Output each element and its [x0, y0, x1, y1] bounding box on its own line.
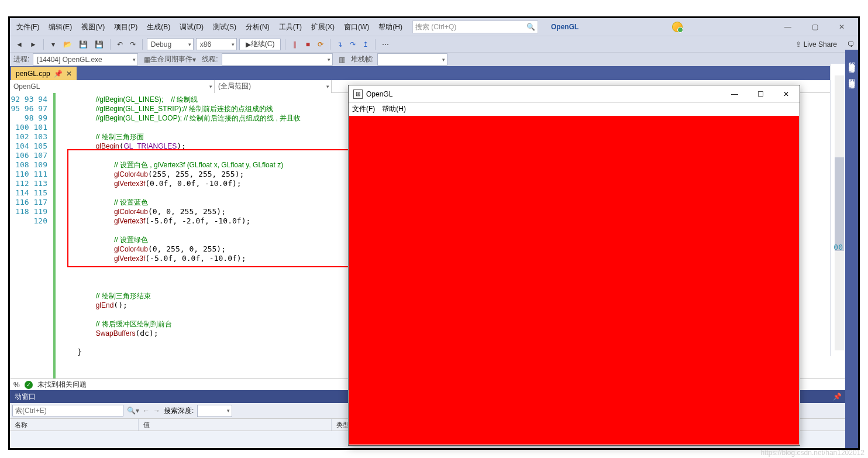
nav-back-button[interactable]: ◄: [13, 39, 25, 50]
platform-combo[interactable]: x86: [196, 38, 237, 50]
toolbar-extra-icon[interactable]: ⋯: [380, 39, 391, 50]
opengl-menu-bar: 文件(F) 帮助(H): [349, 103, 800, 115]
minimize-button[interactable]: ―: [780, 23, 796, 31]
menu-help[interactable]: 帮助(H): [374, 20, 407, 34]
opengl-app-window[interactable]: ⊞ OpenGL ― ☐ ✕ 文件(F) 帮助(H): [348, 85, 800, 446]
opengl-menu-help[interactable]: 帮助(H): [382, 104, 406, 114]
solution-name: OpenGL: [551, 23, 578, 31]
overview-number: 00: [833, 243, 843, 252]
document-tabs: penGL.cpp 📌 ✕: [10, 66, 858, 80]
menu-edit[interactable]: 编辑(E): [44, 20, 76, 34]
undo-button[interactable]: ↶: [115, 39, 125, 50]
search-nav-back-icon[interactable]: ←: [143, 407, 150, 415]
menu-bar: 文件(F) 编辑(E) 视图(V) 项目(P) 生成(B) 调试(D) 测试(S…: [10, 18, 858, 36]
opengl-title-bar[interactable]: ⊞ OpenGL ― ☐ ✕: [349, 85, 800, 103]
line-number-gutter: 92 93 94 95 96 97 98 99 100 101 102 103 …: [10, 93, 52, 378]
menu-ext[interactable]: 扩展(X): [307, 20, 339, 34]
save-all-button[interactable]: 💾: [92, 39, 106, 50]
opengl-close-button[interactable]: ✕: [777, 90, 795, 98]
redo-button[interactable]: ↷: [128, 39, 138, 50]
tab-pin-icon[interactable]: 📌: [54, 70, 63, 78]
stop-button[interactable]: ■: [302, 39, 313, 50]
col-value[interactable]: 值: [139, 419, 332, 431]
menu-analyze[interactable]: 分析(N): [242, 20, 274, 34]
close-button[interactable]: ✕: [833, 23, 850, 31]
scope-combo[interactable]: OpenGL: [10, 80, 215, 93]
step-into-button[interactable]: ↴: [335, 39, 345, 50]
feedback-icon[interactable]: 🗨: [848, 40, 855, 49]
no-issues-icon: ✓: [25, 381, 33, 389]
save-button[interactable]: 💾: [77, 39, 90, 50]
menu-build[interactable]: 生成(B): [143, 20, 174, 34]
search-icon: 🔍: [526, 23, 535, 31]
quick-search[interactable]: 搜索 (Ctrl+Q) 🔍: [412, 20, 538, 33]
step-out-button[interactable]: ↥: [360, 39, 371, 50]
thread-label: 线程:: [202, 54, 218, 64]
open-button[interactable]: 📂: [61, 39, 74, 50]
menu-file[interactable]: 文件(F): [12, 20, 43, 34]
search-icon[interactable]: 🔍▾: [127, 407, 139, 415]
scrollbar-thumb[interactable]: [835, 157, 844, 251]
panel-search-input[interactable]: [12, 405, 123, 416]
opengl-minimize-button[interactable]: ―: [726, 90, 743, 98]
menu-view[interactable]: 视图(V): [77, 20, 109, 34]
debug-toolbar: 进程: [14404] OpenGL.exe ▦ 生命周期事件 ▾ 线程: ▥ …: [10, 52, 858, 66]
opengl-maximize-button[interactable]: ☐: [752, 90, 769, 98]
menu-debug[interactable]: 调试(D): [175, 20, 208, 34]
no-issues-label: 未找到相关问题: [37, 380, 87, 390]
editor-right-margin: 00: [830, 64, 845, 356]
standard-toolbar: ◄ ► ▾ 📂 💾 💾 ↶ ↷ Debug x86 ▶ 继续(C) ∥ ■ ⟳ …: [10, 36, 858, 52]
opengl-title-text: OpenGL: [366, 90, 392, 98]
search-depth-combo[interactable]: [197, 405, 232, 417]
menu-tools[interactable]: 工具(T): [275, 20, 306, 34]
search-placeholder: 搜索 (Ctrl+Q): [415, 22, 456, 32]
col-name[interactable]: 名称: [10, 419, 139, 431]
tab-close-icon[interactable]: ✕: [66, 70, 72, 78]
function-combo[interactable]: (全局范围): [215, 80, 332, 93]
opengl-app-icon: ⊞: [353, 89, 363, 99]
account-avatar-icon[interactable]: [672, 22, 683, 32]
right-sidebar: 解决方案资源管理器 团队资源管理器: [845, 50, 858, 448]
live-share-icon: ⇪: [795, 40, 801, 49]
config-combo[interactable]: Debug: [147, 38, 194, 50]
break-all-button[interactable]: ∥: [290, 39, 300, 50]
live-share-button[interactable]: ⇪ Live Share 🗨: [795, 40, 855, 49]
continue-button[interactable]: ▶ 继续(C): [239, 39, 281, 50]
watermark-text: https://blog.csdn.net/han1202012: [761, 449, 864, 457]
menu-test[interactable]: 测试(S): [209, 20, 240, 34]
new-button[interactable]: ▾: [48, 39, 58, 50]
stackframe-combo[interactable]: [377, 53, 447, 66]
maximize-button[interactable]: ▢: [807, 23, 823, 31]
sidebar-tab-team-explorer[interactable]: 团队资源管理器: [846, 70, 857, 81]
menu-window[interactable]: 窗口(W): [340, 20, 373, 34]
process-combo[interactable]: [14404] OpenGL.exe: [33, 53, 138, 66]
search-nav-fwd-icon[interactable]: →: [153, 407, 160, 415]
search-depth-label: 搜索深度:: [164, 406, 194, 416]
sidebar-tab-solution-explorer[interactable]: 解决方案资源管理器: [846, 53, 857, 66]
file-tab-opengl-cpp[interactable]: penGL.cpp 📌 ✕: [11, 67, 77, 80]
lifecycle-button[interactable]: ▦ 生命周期事件 ▾: [142, 54, 198, 66]
thread-combo[interactable]: [222, 53, 333, 66]
thread-toggle-icon[interactable]: ▥: [336, 54, 347, 66]
window-controls: ― ▢ ✕: [780, 23, 856, 31]
menu-project[interactable]: 项目(P): [110, 20, 142, 34]
panel-pin-icon[interactable]: 📌: [833, 392, 842, 401]
nav-fwd-button[interactable]: ►: [27, 39, 39, 50]
process-label: 进程:: [13, 54, 29, 64]
opengl-render-canvas: [349, 116, 799, 445]
step-over-button[interactable]: ↷: [347, 39, 358, 50]
opengl-menu-file[interactable]: 文件(F): [352, 104, 375, 114]
restart-button[interactable]: ⟳: [315, 39, 326, 50]
stack-label: 堆栈帧:: [351, 54, 374, 64]
change-margin: [52, 93, 59, 378]
vertical-scrollbar[interactable]: [835, 75, 844, 350]
zoom-percent[interactable]: %: [13, 381, 20, 389]
